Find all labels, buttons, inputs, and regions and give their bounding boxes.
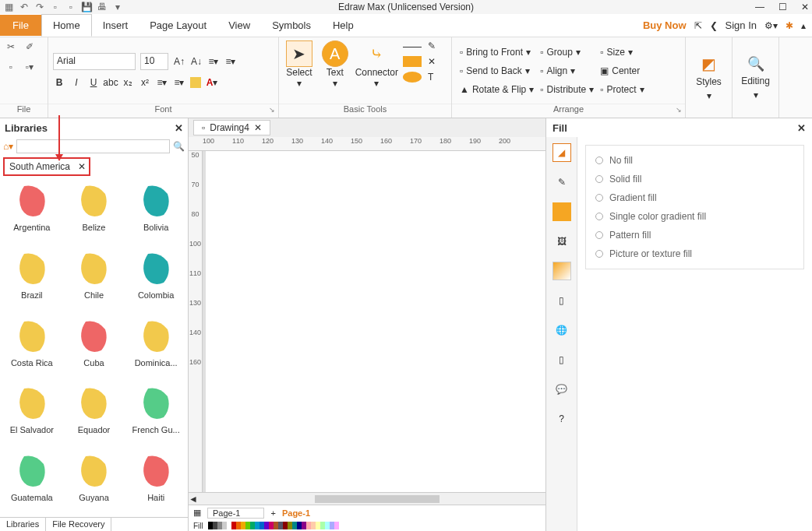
format-painter-icon[interactable]: ✐ xyxy=(23,40,36,53)
close-icon[interactable]: ✕ xyxy=(797,122,806,134)
align-button[interactable]: ▫ Align ▾ xyxy=(537,64,597,78)
home-icon[interactable]: ⌂▾ xyxy=(3,141,13,152)
solid-fill-icon[interactable] xyxy=(553,202,571,221)
save-icon[interactable]: 💾 xyxy=(81,2,92,12)
decrease-font-icon[interactable]: A↓ xyxy=(190,55,203,68)
undo-icon[interactable]: ↶ xyxy=(19,2,30,12)
launcher-icon[interactable]: ↘ xyxy=(676,106,682,114)
protect-button[interactable]: ▫ Protect ▾ xyxy=(597,83,647,97)
line-spacing-icon[interactable]: ≡▾ xyxy=(224,55,237,68)
comment-icon[interactable]: 💬 xyxy=(553,380,571,399)
open-icon[interactable]: ▫ xyxy=(65,2,76,12)
tab-page-layout[interactable]: Page Layout xyxy=(139,15,217,36)
underline-button[interactable]: U xyxy=(87,76,100,89)
expand-icon[interactable]: ▴ xyxy=(801,20,806,31)
font-size-select[interactable]: 10 xyxy=(140,53,168,70)
color-swatches[interactable] xyxy=(208,522,339,529)
print-icon[interactable]: 🖶 xyxy=(97,2,108,12)
text-tool[interactable]: A Text▾ xyxy=(320,40,351,89)
horizontal-scrollbar[interactable]: ◄ xyxy=(189,492,545,505)
shape-dominica[interactable]: Dominica... xyxy=(125,318,186,378)
search-icon[interactable]: 🔍 xyxy=(173,141,185,152)
subscript-button[interactable]: x₂ xyxy=(122,76,134,89)
launcher-icon[interactable]: ↘ xyxy=(269,106,275,114)
fill-option[interactable]: Solid fill xyxy=(595,174,794,185)
styles-icon[interactable]: ◩ xyxy=(701,55,716,73)
strikethrough-button[interactable]: abc xyxy=(104,76,117,89)
library-tab-south-america[interactable]: South America ✕ xyxy=(3,157,90,176)
bullets-button[interactable]: ≡▾ xyxy=(156,76,168,89)
superscript-button[interactable]: x² xyxy=(139,76,151,89)
gear-icon[interactable]: ⚙▾ xyxy=(764,20,778,31)
group-button[interactable]: ▫ Group ▾ xyxy=(537,45,597,59)
drawing-canvas[interactable] xyxy=(203,151,545,492)
close-icon[interactable]: ✕ xyxy=(78,161,86,172)
shape-frenchgu[interactable]: French Gu... xyxy=(125,385,186,445)
qat-more-icon[interactable]: ▾ xyxy=(112,2,123,12)
crop-icon[interactable]: ✕ xyxy=(428,56,447,67)
gradient-icon[interactable] xyxy=(553,262,571,280)
picture-icon[interactable]: 🖼 xyxy=(553,232,571,251)
italic-button[interactable]: I xyxy=(70,76,83,89)
bold-button[interactable]: B xyxy=(53,76,65,89)
page-1-tab[interactable]: Page-1 xyxy=(282,508,310,518)
fill-bucket-icon[interactable]: ◢ xyxy=(553,143,571,162)
close-icon[interactable]: ✕ xyxy=(801,2,809,12)
font-name-select[interactable]: Arial xyxy=(53,53,136,70)
search-icon[interactable]: 🔍 xyxy=(747,55,764,72)
fill-option[interactable]: Single color gradient fill xyxy=(595,211,794,222)
shape-argentina[interactable]: Argentina xyxy=(2,182,62,242)
close-icon[interactable]: ✕ xyxy=(175,122,183,134)
doc-tab-drawing[interactable]: ▫ Drawing4 ✕ xyxy=(193,120,270,135)
add-page-icon[interactable]: + xyxy=(270,508,275,518)
fill-option[interactable]: Pattern fill xyxy=(595,230,794,241)
page-selector[interactable]: Page-1 xyxy=(207,508,264,519)
cut-icon[interactable]: ✂ xyxy=(5,40,17,53)
copy-icon[interactable]: ▫ xyxy=(5,61,17,73)
shape-elsalvador[interactable]: El Salvador xyxy=(2,385,62,445)
line-style-icon[interactable]: ✎ xyxy=(553,173,571,192)
fill-option[interactable]: No fill xyxy=(595,155,794,166)
distribute-button[interactable]: ▫ Distribute ▾ xyxy=(537,83,597,97)
circle-shape-icon[interactable] xyxy=(403,72,422,83)
buy-now-link[interactable]: Buy Now xyxy=(643,19,687,31)
connector-tool[interactable]: ⤷ Connector▾ xyxy=(355,40,398,89)
bring-to-front-button[interactable]: ▫ Bring to Front ▾ xyxy=(457,45,537,59)
shape-equador[interactable]: Equador xyxy=(64,385,125,445)
pencil-icon[interactable]: ✎ xyxy=(428,40,447,51)
paste-icon[interactable]: ▫▾ xyxy=(23,61,36,73)
rotate-flip-button[interactable]: ▲ Rotate & Flip ▾ xyxy=(457,83,537,97)
shape-cuba[interactable]: Cuba xyxy=(64,318,125,378)
minimize-icon[interactable]: — xyxy=(755,2,764,12)
fill-option[interactable]: Picture or texture fill xyxy=(595,248,794,259)
shape-haiti[interactable]: Haiti xyxy=(125,452,186,512)
color-icon[interactable]: ✱ xyxy=(786,20,793,31)
numbering-button[interactable]: ≡▾ xyxy=(173,76,185,89)
shape-brazil[interactable]: Brazil xyxy=(2,250,62,310)
shape-guyana[interactable]: Guyana xyxy=(64,452,125,512)
share-icon[interactable]: ❮ xyxy=(710,20,718,31)
page-icon[interactable]: ▯ xyxy=(553,291,571,310)
sign-in-link[interactable]: Sign In xyxy=(726,19,757,31)
tab-home[interactable]: Home xyxy=(41,14,92,37)
text-small-icon[interactable]: T xyxy=(428,72,447,83)
highlight-button[interactable] xyxy=(190,77,201,88)
shape-guatemala[interactable]: Guatemala xyxy=(2,452,62,512)
fill-option[interactable]: Gradient fill xyxy=(595,192,794,203)
close-icon[interactable]: ✕ xyxy=(254,122,262,133)
page-nav-icon[interactable]: ▦ xyxy=(193,508,201,518)
help-icon[interactable]: ? xyxy=(553,410,571,428)
select-tool[interactable]: ➤ Select▾ xyxy=(284,40,315,89)
font-color-button[interactable]: A▾ xyxy=(206,76,218,89)
shape-bolivia[interactable]: Bolivia xyxy=(125,182,186,242)
line-shape-icon[interactable] xyxy=(403,47,422,51)
shape-costarica[interactable]: Costa Rica xyxy=(2,318,62,378)
rect-shape-icon[interactable] xyxy=(403,56,422,67)
globe-icon[interactable]: 🌐 xyxy=(553,321,571,339)
new-icon[interactable]: ▫ xyxy=(50,2,61,12)
center-button[interactable]: ▣ Center xyxy=(597,64,647,78)
file-menu[interactable]: File xyxy=(0,15,41,36)
tab-symbols[interactable]: Symbols xyxy=(261,15,322,36)
note-icon[interactable]: ▯ xyxy=(553,350,571,369)
send-to-back-button[interactable]: ▫ Send to Back ▾ xyxy=(457,64,537,78)
